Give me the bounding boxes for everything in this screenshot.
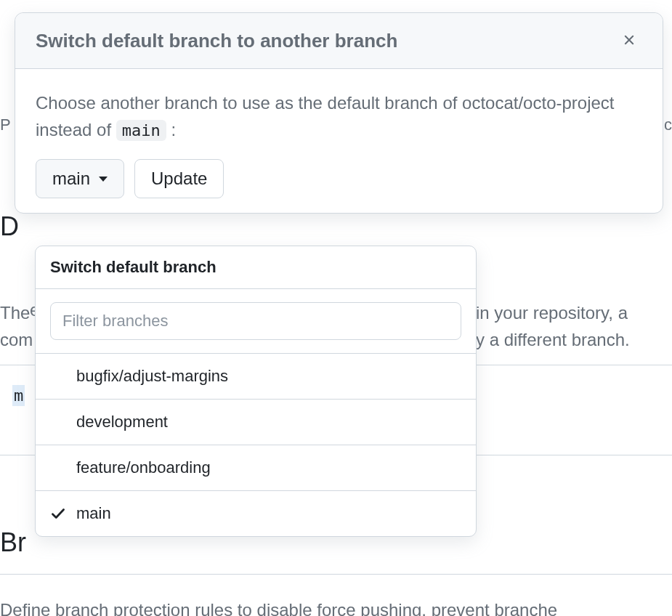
modal-description: Choose another branch to use as the defa…	[36, 89, 642, 143]
check-icon	[50, 506, 76, 522]
modal-controls: main Update	[36, 159, 642, 198]
current-branch-code: main	[116, 120, 166, 141]
bg-char-c: c	[664, 115, 672, 134]
branch-option[interactable]: bugfix/adjust-margins	[36, 354, 476, 400]
close-icon	[621, 32, 637, 50]
branch-option-label: bugfix/adjust-margins	[76, 367, 228, 386]
caret-down-icon	[99, 177, 108, 182]
branch-selector-label: main	[52, 169, 90, 189]
modal-body: Choose another branch to use as the defa…	[15, 69, 663, 213]
bg-text-bottom: Define branch protection rules to disabl…	[0, 597, 557, 616]
close-button[interactable]	[616, 28, 642, 54]
bg-code-m: m	[12, 385, 25, 406]
branch-dropdown: Switch default branch bugfix/adjust-marg…	[35, 246, 477, 537]
modal-desc-suffix: :	[166, 120, 176, 139]
bg-divider-3	[0, 574, 672, 575]
bg-text-com: com	[0, 327, 33, 353]
switch-default-branch-modal: Switch default branch to another branch …	[15, 12, 663, 214]
modal-title: Switch default branch to another branch	[36, 30, 397, 52]
branch-option[interactable]: development	[36, 400, 476, 445]
update-button[interactable]: Update	[134, 159, 224, 198]
branch-option-selected[interactable]: main	[36, 491, 476, 536]
branch-option-label: main	[76, 504, 111, 523]
branch-selector-button[interactable]: main	[36, 159, 124, 198]
dropdown-filter-wrap	[36, 289, 476, 354]
branch-list: bugfix/adjust-margins development featur…	[36, 354, 476, 536]
dropdown-title: Switch default branch	[36, 246, 476, 289]
update-button-label: Update	[151, 169, 207, 189]
branch-option-label: development	[76, 413, 168, 431]
branch-option[interactable]: feature/onboarding	[36, 445, 476, 491]
bg-heading-br: Br	[0, 523, 26, 562]
bg-text-right-2: y a different branch.	[476, 327, 630, 353]
branch-option-label: feature/onboarding	[76, 458, 211, 477]
bg-text-right-1: in your repository, a	[476, 300, 628, 326]
filter-branches-input[interactable]	[50, 302, 461, 340]
modal-header: Switch default branch to another branch	[15, 13, 663, 69]
bg-char-p: P	[0, 115, 11, 134]
bg-text-the: The	[0, 300, 30, 326]
